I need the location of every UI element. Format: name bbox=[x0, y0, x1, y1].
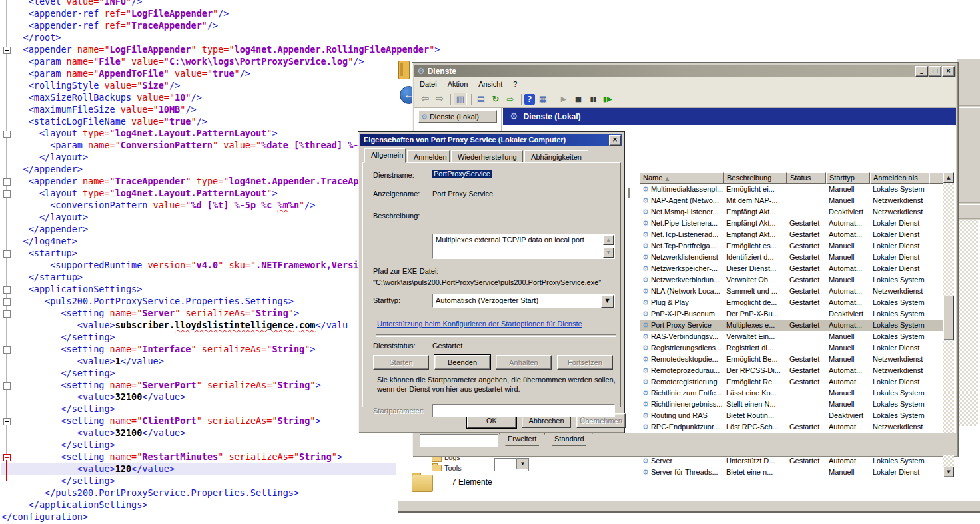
properties-icon[interactable]: ▤ bbox=[474, 93, 488, 105]
cell-name: ⚙Net.Msmq-Listener... bbox=[640, 206, 724, 218]
table-row[interactable]: ⚙Multimediaklassenpl...Ermöglicht ei...M… bbox=[640, 184, 943, 195]
refresh-icon[interactable]: ↻ bbox=[489, 93, 502, 105]
help-icon[interactable]: ? bbox=[524, 94, 535, 105]
table-row[interactable]: ⚙Server für Threads...Bietet eine n...Ma… bbox=[640, 467, 943, 478]
fold-collapse-icon[interactable] bbox=[3, 286, 11, 294]
titlebar[interactable]: ⚙Dienste _□× bbox=[414, 65, 956, 77]
table-row[interactable]: ⚙Plug & PlayErmöglicht de...GestartetAut… bbox=[640, 297, 943, 308]
tree-item-dienste-lokal[interactable]: ⚙Dienste (Lokal) bbox=[418, 110, 497, 123]
scroll-up-button[interactable]: ▲ bbox=[943, 172, 954, 183]
table-row[interactable]: ⚙RAS-Verbindungsv...Verwaltet Ein...Manu… bbox=[640, 331, 943, 342]
beenden-button[interactable]: Beenden bbox=[434, 355, 490, 370]
starten-button[interactable]: Starten bbox=[373, 355, 429, 370]
splitter-handle[interactable] bbox=[628, 188, 630, 198]
table-row[interactable]: ⚙Net.Tcp-Listenerad...Empfängt Akt...Ges… bbox=[640, 229, 943, 240]
fold-collapse-icon[interactable] bbox=[3, 382, 11, 390]
service-name-value[interactable]: PortProxyService bbox=[432, 170, 492, 178]
column-header-beschreibung[interactable]: Beschreibung bbox=[724, 172, 787, 184]
chevron-down-icon[interactable]: ▼ bbox=[516, 459, 528, 469]
table-row[interactable]: ⚙Net.Msmq-Listener...Empfängt Akt...Deak… bbox=[640, 206, 943, 218]
table-row[interactable]: ⚙ServerUnterstützt D...GestartetAutomat.… bbox=[640, 455, 943, 467]
table-row[interactable]: ⚙NetzwerklistendienstIdentifiziert d...G… bbox=[640, 252, 943, 263]
scrollbar[interactable]: ▲ ▼ bbox=[943, 172, 954, 477]
scroll-down-icon[interactable]: ▼ bbox=[603, 248, 614, 258]
startparameter-label: Startparameter: bbox=[373, 407, 424, 415]
cell-start: Manuell bbox=[826, 388, 870, 399]
scroll-up-icon[interactable]: ▲ bbox=[603, 235, 614, 245]
cell-name: ⚙RAS-Verbindungsv... bbox=[640, 331, 724, 342]
table-row[interactable]: ⚙Richtlinie zum Entfe...Lässt eine Ko...… bbox=[640, 388, 943, 399]
back-icon[interactable]: ⇦ bbox=[418, 93, 432, 105]
fold-collapse-icon[interactable] bbox=[3, 47, 11, 54]
table-row[interactable]: ⚙Remotedesktopdie...Ermöglicht Be...Gest… bbox=[640, 354, 943, 365]
menu-?[interactable]: ? bbox=[508, 77, 522, 91]
combo-box[interactable]: ▼ bbox=[494, 458, 529, 471]
fold-collapse-icon[interactable] bbox=[3, 190, 11, 198]
pause-service-icon[interactable]: ▮▮ bbox=[586, 93, 600, 105]
cell-logon: Lokaler Dienst bbox=[870, 376, 929, 388]
export-list-icon[interactable]: ⇨ bbox=[504, 93, 517, 105]
fold-collapse-icon[interactable] bbox=[3, 418, 11, 425]
table-row[interactable]: ⚙PnP-X-IP-Busenum...Der PnP-X-Bu...Deakt… bbox=[640, 308, 943, 320]
table-row[interactable]: ⚙Net.Pipe-Listenera...Empfängt Akt...Ges… bbox=[640, 218, 943, 229]
dialog-titlebar[interactable]: Eigenschaften von Port Proxy Service (Lo… bbox=[360, 134, 622, 146]
menu-ansicht[interactable]: Ansicht bbox=[473, 77, 508, 91]
tab-erweitert[interactable]: Erweitert bbox=[499, 433, 545, 446]
show-console-tree-icon[interactable]: ▥ bbox=[454, 93, 467, 105]
table-row[interactable]: ⚙Netzwerkspeicher-...Dieser Dienst...Ges… bbox=[640, 263, 943, 274]
folder-icon bbox=[398, 61, 410, 79]
scroll-down-button[interactable]: ▼ bbox=[943, 467, 954, 477]
table-row[interactable]: ⚙Remoteprozedurau...Der RPCSS-Di...Gesta… bbox=[640, 365, 943, 376]
anhalten-button[interactable]: Anhalten bbox=[496, 355, 552, 370]
cell-status: Gestartet bbox=[787, 376, 826, 388]
close-button[interactable]: × bbox=[942, 66, 955, 77]
close-icon[interactable]: × bbox=[609, 135, 621, 146]
table-row[interactable]: ⚙RPC-Endpunktzuor...Löst RPC-Sch...Gesta… bbox=[640, 421, 943, 433]
scrollbar-thumb[interactable] bbox=[943, 296, 954, 340]
restart-service-icon[interactable]: ▮▶ bbox=[601, 93, 614, 105]
service-gear-icon: ⚙ bbox=[642, 196, 649, 205]
column-header-starttyp[interactable]: Starttyp bbox=[826, 172, 870, 184]
column-header-name[interactable]: Name▲ bbox=[640, 172, 724, 184]
table-row[interactable]: ⚙NLA (Network Loca...Sammelt und ...Gest… bbox=[640, 286, 943, 297]
fold-collapse-icon[interactable] bbox=[3, 298, 11, 306]
starttype-select[interactable]: Automatisch (Verzögerter Start) ▼ bbox=[432, 294, 615, 308]
fold-collapse-icon[interactable] bbox=[3, 454, 11, 461]
description-field[interactable]: Multiplexes external TCP/IP data on loca… bbox=[432, 234, 615, 259]
fold-collapse-icon[interactable] bbox=[3, 346, 11, 354]
tab-abhängigkeiten[interactable]: Abhängigkeiten bbox=[524, 150, 588, 163]
table-row[interactable]: ⚙Routing und RASBietet Routin...Deaktivi… bbox=[640, 410, 943, 421]
table-row[interactable]: ⚙RemoteregistrierungErmöglicht Re...Gest… bbox=[640, 376, 943, 388]
startparameter-input[interactable] bbox=[432, 404, 615, 417]
startoptions-help-link[interactable]: Unterstützung beim Konfigurieren der Sta… bbox=[377, 320, 582, 328]
filter-input[interactable] bbox=[420, 434, 498, 447]
table-row[interactable]: ⚙Richtlinienergebniss...Stellt einen N..… bbox=[640, 399, 943, 410]
tab-wiederherstellung[interactable]: Wiederherstellung bbox=[451, 150, 523, 163]
stop-service-icon[interactable]: ■ bbox=[572, 93, 585, 105]
table-row[interactable]: ⚙Registrierungsdiens...Registriert di...… bbox=[640, 342, 943, 354]
table-row[interactable]: ⚙Net.Tcp-Portfreiga...Ermöglicht es...Ge… bbox=[640, 240, 943, 252]
exe-path-value: "C:\work\ais\puls200.PortProxyService\pu… bbox=[373, 278, 601, 286]
fold-collapse-icon[interactable] bbox=[3, 250, 11, 258]
table-row[interactable]: ⚙Port Proxy ServiceMultiplexes e...Gesta… bbox=[640, 320, 943, 331]
menu-datei[interactable]: Datei bbox=[414, 77, 442, 91]
maximize-button[interactable]: □ bbox=[929, 66, 941, 77]
minimize-button[interactable]: _ bbox=[915, 66, 928, 77]
forward-icon[interactable]: ⇨ bbox=[433, 93, 446, 105]
chevron-down-icon[interactable]: ▼ bbox=[601, 295, 614, 308]
tab-anmelden[interactable]: Anmelden bbox=[407, 150, 450, 163]
menu-aktion[interactable]: Aktion bbox=[442, 77, 474, 91]
column-header-status[interactable]: Status bbox=[787, 172, 826, 184]
tab-allgemein[interactable]: Allgemein bbox=[364, 148, 406, 163]
fold-collapse-icon[interactable] bbox=[3, 131, 11, 138]
extended-view-icon[interactable]: ▦ bbox=[536, 93, 550, 105]
explorer-scrollbar-track[interactable] bbox=[959, 220, 978, 426]
fortsetzen-button[interactable]: Fortsetzen bbox=[557, 355, 613, 370]
column-header-anmelden-als[interactable]: Anmelden als bbox=[870, 172, 929, 184]
fold-collapse-icon[interactable] bbox=[3, 310, 11, 318]
fold-collapse-icon[interactable] bbox=[3, 178, 11, 186]
start-service-icon[interactable]: ▶ bbox=[557, 93, 570, 105]
table-row[interactable]: ⚙Netzwerkverbindun...Verwaltet Ob...Gest… bbox=[640, 274, 943, 286]
table-row[interactable]: ⚙NAP-Agent (Netwo...Mit dem NAP-...Manue… bbox=[640, 195, 943, 206]
tab-standard[interactable]: Standard bbox=[546, 433, 593, 446]
